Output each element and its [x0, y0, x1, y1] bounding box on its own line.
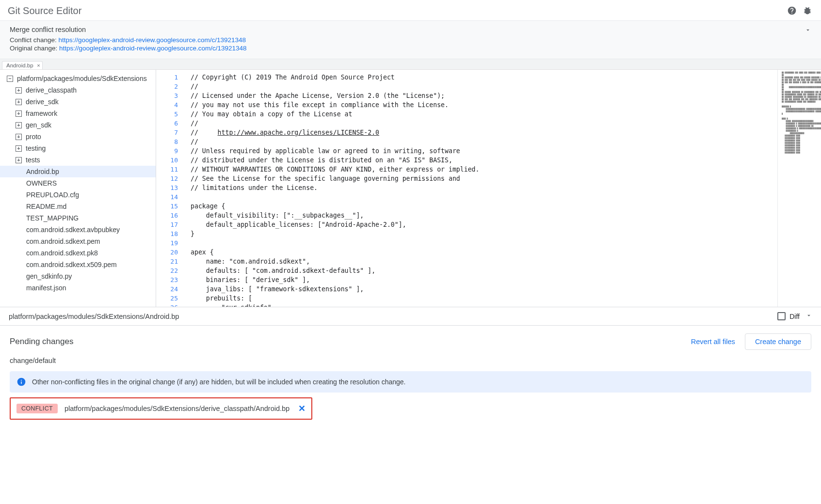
expand-icon: +	[16, 145, 22, 152]
collapse-icon: −	[7, 76, 13, 82]
remove-conflict-icon[interactable]: ✕	[298, 403, 306, 414]
tree-file[interactable]: com.android.sdkext.x509.pem	[0, 259, 156, 270]
expand-icon: +	[16, 157, 22, 163]
tree-file-label: OWNERS	[26, 179, 57, 187]
line-number-gutter: 1234567891011121314151617181920212223242…	[156, 70, 183, 307]
tree-file[interactable]: com.android.sdkext.pem	[0, 236, 156, 247]
tree-folder-label: framework	[26, 110, 57, 117]
expand-icon: +	[16, 99, 22, 105]
collapse-panel-icon[interactable]	[805, 27, 811, 35]
tree-root-label: platform/packages/modules/SdkExtensions	[17, 75, 147, 82]
tree-file-label: gen_sdkinfo.py	[26, 272, 72, 280]
tree-folder[interactable]: +tests	[0, 154, 156, 166]
tree-file[interactable]: com.android.sdkext.avbpubkey	[0, 224, 156, 236]
tree-file[interactable]: PREUPLOAD.cfg	[0, 189, 156, 201]
pending-actions: Revert all files Create change	[691, 333, 811, 350]
expand-icon: +	[16, 134, 22, 140]
tree-folder[interactable]: +derive_sdk	[0, 96, 156, 108]
editor-tab-strip: Android.bp ×	[0, 59, 821, 70]
conflict-file-row[interactable]: CONFLICT platform/packages/modules/SdkEx…	[10, 397, 312, 420]
tree-folder[interactable]: +testing	[0, 142, 156, 154]
tree-folder-label: derive_classpath	[26, 86, 77, 94]
info-icon	[16, 377, 26, 387]
original-change-link[interactable]: https://googleplex-android-review.google…	[59, 45, 247, 52]
original-change-label: Original change:	[10, 45, 57, 52]
path-bar-actions: Diff	[777, 312, 812, 320]
conflict-change-link[interactable]: https://googleplex-android-review.google…	[59, 36, 246, 44]
info-text: Other non-conflicting files in the origi…	[32, 378, 405, 386]
tree-file[interactable]: manifest.json	[0, 282, 156, 294]
expand-icon: +	[16, 87, 22, 94]
tree-file[interactable]: TEST_MAPPING	[0, 212, 156, 224]
tree-folder-label: tests	[26, 156, 40, 164]
diff-dropdown-icon[interactable]	[805, 312, 812, 320]
pending-changes-section: Pending changes Revert all files Create …	[0, 326, 821, 420]
code-minimap[interactable]: ██ █████████ ███ ████ ███ ███████ ████ █…	[777, 70, 821, 307]
close-tab-icon[interactable]: ×	[37, 63, 40, 68]
tree-file-label: TEST_MAPPING	[26, 214, 79, 222]
conflict-file-path: platform/packages/modules/SdkExtensions/…	[64, 405, 290, 412]
tree-file-label: Android.bp	[26, 168, 59, 175]
pending-title: Pending changes	[10, 337, 73, 346]
header-actions	[786, 5, 813, 16]
editor-main: − platform/packages/modules/SdkExtension…	[0, 70, 821, 307]
tree-file[interactable]: com.android.sdkext.pk8	[0, 247, 156, 259]
file-tree: − platform/packages/modules/SdkExtension…	[0, 70, 156, 307]
file-path: platform/packages/modules/SdkExtensions/…	[9, 313, 179, 320]
tab-label: Android.bp	[6, 63, 33, 68]
expand-icon: +	[16, 122, 22, 128]
tree-file-label: com.android.sdkext.pem	[26, 237, 100, 245]
tree-file-label: com.android.sdkext.x509.pem	[26, 261, 117, 268]
tree-file-label: com.android.sdkext.pk8	[26, 249, 98, 257]
tree-file-label: manifest.json	[26, 284, 66, 292]
pending-header: Pending changes Revert all files Create …	[10, 333, 811, 350]
create-change-button[interactable]: Create change	[745, 333, 811, 350]
revert-all-button[interactable]: Revert all files	[691, 338, 735, 346]
code-editor[interactable]: 1234567891011121314151617181920212223242…	[156, 70, 821, 307]
expand-icon: +	[16, 110, 22, 117]
original-change-row: Original change: https://googleplex-andr…	[10, 45, 811, 52]
tree-file-label: README.md	[26, 203, 66, 210]
editor-tab[interactable]: Android.bp ×	[2, 61, 43, 69]
bug-icon[interactable]	[802, 5, 813, 16]
file-path-bar: platform/packages/modules/SdkExtensions/…	[0, 307, 821, 326]
tree-folder-label: testing	[26, 144, 46, 152]
change-branch-name: change/default	[10, 357, 811, 364]
tree-folder[interactable]: +proto	[0, 131, 156, 142]
tree-file[interactable]: OWNERS	[0, 177, 156, 189]
conflict-change-label: Conflict change:	[10, 36, 57, 44]
tree-folder-label: derive_sdk	[26, 98, 59, 106]
diff-checkbox[interactable]	[777, 312, 786, 320]
tree-folder[interactable]: +framework	[0, 108, 156, 119]
tree-folder[interactable]: +derive_classpath	[0, 84, 156, 96]
tree-file[interactable]: README.md	[0, 201, 156, 212]
merge-conflict-panel: Merge conflict resolution Conflict chang…	[0, 20, 821, 59]
tree-folder[interactable]: +gen_sdk	[0, 119, 156, 131]
tree-file[interactable]: gen_sdkinfo.py	[0, 270, 156, 282]
merge-panel-title: Merge conflict resolution	[10, 26, 811, 33]
code-content[interactable]: // Copyright (C) 2019 The Android Open S…	[183, 70, 777, 307]
app-header: Git Source Editor	[0, 0, 821, 20]
tree-folder-label: gen_sdk	[26, 121, 51, 129]
app-title: Git Source Editor	[8, 5, 81, 16]
info-banner: Other non-conflicting files in the origi…	[10, 371, 811, 393]
tree-file[interactable]: Android.bp	[0, 166, 156, 177]
conflict-badge: CONFLICT	[16, 404, 58, 413]
tree-file-label: com.android.sdkext.avbpubkey	[26, 226, 120, 234]
conflict-change-row: Conflict change: https://googleplex-andr…	[10, 36, 811, 44]
tree-root[interactable]: − platform/packages/modules/SdkExtension…	[0, 73, 156, 84]
help-icon[interactable]	[786, 5, 798, 16]
tree-file-label: PREUPLOAD.cfg	[26, 191, 79, 199]
tree-folder-label: proto	[26, 133, 41, 141]
diff-label: Diff	[789, 313, 800, 320]
